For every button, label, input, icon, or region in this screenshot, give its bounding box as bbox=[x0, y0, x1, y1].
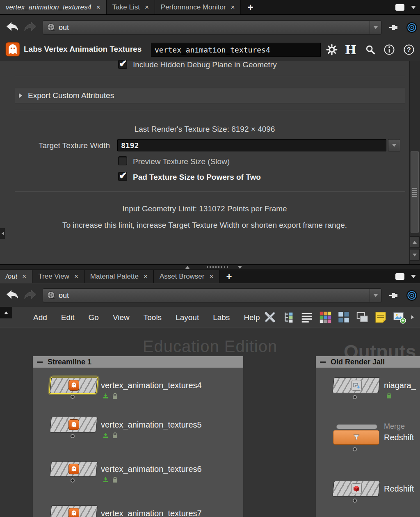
node-type-icon-button[interactable] bbox=[5, 41, 21, 57]
houdini-help-button[interactable]: H bbox=[343, 42, 358, 57]
forward-button[interactable] bbox=[23, 288, 38, 301]
back-button[interactable] bbox=[5, 288, 20, 301]
tab-tree-view[interactable]: Tree View × bbox=[32, 270, 84, 283]
node-output-connector[interactable] bbox=[353, 395, 357, 399]
close-icon[interactable]: × bbox=[209, 272, 213, 281]
scroll-down-button[interactable] bbox=[410, 249, 420, 261]
tab-out[interactable]: /out × bbox=[0, 270, 32, 283]
close-icon[interactable]: × bbox=[231, 3, 235, 11]
node-niagara[interactable] bbox=[332, 377, 380, 393]
lock-icon[interactable] bbox=[112, 393, 118, 401]
green-lock-icon[interactable] bbox=[386, 392, 392, 400]
lock-icon[interactable] bbox=[112, 476, 118, 485]
node-output-connector[interactable] bbox=[71, 395, 75, 399]
pin-button[interactable] bbox=[386, 288, 401, 302]
node-merge-collapsed[interactable] bbox=[336, 424, 377, 429]
menu-layout[interactable]: Layout bbox=[169, 313, 206, 322]
forward-button[interactable] bbox=[23, 21, 38, 33]
node-name-field[interactable]: vertex_animation_textures4 bbox=[151, 43, 321, 57]
node-output-connector[interactable] bbox=[71, 478, 75, 483]
node-output-connector[interactable] bbox=[353, 499, 357, 503]
sticky-note-button[interactable] bbox=[372, 309, 389, 325]
follow-selection-button[interactable] bbox=[404, 21, 419, 34]
node-vertex-animation-textures6[interactable] bbox=[50, 461, 98, 477]
left-pane-expand-handle[interactable] bbox=[0, 228, 5, 239]
tree-panel-button[interactable] bbox=[280, 309, 297, 325]
lock-icon[interactable] bbox=[112, 432, 118, 440]
new-tab-button[interactable]: + bbox=[219, 270, 238, 283]
export-flag-icon[interactable] bbox=[103, 477, 109, 485]
close-icon[interactable]: × bbox=[74, 272, 78, 281]
pad-texture-checkbox[interactable] bbox=[118, 172, 127, 181]
add-image-button[interactable] bbox=[391, 309, 407, 325]
menu-labs[interactable]: Labs bbox=[206, 313, 237, 322]
splitter-up-icon[interactable] bbox=[185, 266, 189, 269]
target-texture-width-field[interactable]: 8192 bbox=[117, 139, 386, 151]
node-vertex-animation-textures5[interactable] bbox=[50, 417, 98, 432]
splitter-down-icon[interactable] bbox=[238, 266, 242, 269]
windows-layout-button[interactable] bbox=[354, 309, 370, 325]
info-button[interactable] bbox=[381, 42, 397, 57]
tab-vertex-animation-textures4[interactable]: vertex_animation_textures4 × bbox=[0, 0, 107, 14]
node-redshift-rop[interactable] bbox=[333, 430, 379, 445]
path-selector[interactable]: out bbox=[43, 288, 381, 302]
export-custom-attributes-section[interactable]: Export Custom Attributes bbox=[15, 88, 405, 103]
netbox-header[interactable]: Old Render Jail bbox=[316, 356, 420, 368]
node-label[interactable]: vertex_animation_textures4 bbox=[101, 377, 202, 393]
node-output-connector[interactable] bbox=[71, 434, 75, 438]
help-button[interactable]: ? bbox=[401, 42, 417, 57]
pane-menu-chevron-down-icon[interactable] bbox=[411, 275, 416, 278]
menu-view[interactable]: View bbox=[106, 313, 137, 322]
new-tab-button[interactable]: + bbox=[241, 0, 260, 14]
pin-button[interactable] bbox=[386, 21, 401, 34]
path-dropdown-button[interactable] bbox=[370, 21, 381, 34]
include-hidden-debug-checkbox[interactable] bbox=[118, 60, 127, 69]
close-icon[interactable]: × bbox=[145, 3, 149, 11]
node-label[interactable]: Redshift bbox=[384, 430, 414, 445]
path-selector[interactable]: out bbox=[43, 21, 381, 34]
export-flag-icon[interactable] bbox=[103, 432, 109, 440]
back-button[interactable] bbox=[5, 21, 20, 33]
close-icon[interactable]: × bbox=[22, 272, 26, 281]
scroll-up-button[interactable] bbox=[410, 236, 420, 248]
menu-tools[interactable]: Tools bbox=[137, 313, 169, 322]
tab-performance-monitor[interactable]: Performance Monitor × bbox=[155, 0, 241, 14]
network-editor[interactable]: Education Edition Outputs Streamline 1 v… bbox=[0, 328, 420, 517]
close-icon[interactable]: × bbox=[144, 272, 148, 281]
search-button[interactable] bbox=[363, 42, 378, 57]
tab-take-list[interactable]: Take List × bbox=[107, 0, 155, 14]
parameters-panel-button[interactable] bbox=[299, 309, 315, 325]
menu-edit[interactable]: Edit bbox=[54, 313, 82, 322]
pane-expand-up-button[interactable] bbox=[0, 307, 12, 318]
node-label[interactable]: niagara_ bbox=[384, 377, 416, 393]
pane-menu-chevron-down-icon[interactable] bbox=[411, 6, 416, 9]
node-label[interactable]: vertex_animation_textures5 bbox=[101, 417, 202, 432]
node-redshift-rop-2[interactable] bbox=[332, 481, 380, 496]
pane-maximize-icon[interactable] bbox=[395, 273, 404, 280]
tab-material-palette[interactable]: Material Palette × bbox=[84, 270, 154, 283]
netbox-header[interactable]: Streamline 1 bbox=[33, 356, 243, 368]
close-icon[interactable]: × bbox=[96, 3, 100, 11]
gear-menu-button[interactable] bbox=[324, 42, 340, 57]
node-label[interactable]: vertex_animation_textures7 bbox=[101, 506, 202, 517]
export-flag-icon[interactable] bbox=[103, 393, 109, 401]
target-texture-width-dropdown[interactable] bbox=[388, 139, 400, 151]
tab-asset-browser[interactable]: Asset Browser × bbox=[154, 270, 220, 283]
tools-button[interactable] bbox=[262, 309, 278, 325]
toolbar-overflow-arrow-icon[interactable] bbox=[411, 315, 414, 319]
node-label[interactable]: vertex_animation_textures6 bbox=[101, 461, 202, 477]
collapse-minus-icon[interactable] bbox=[320, 361, 326, 363]
splitter-grip-icon[interactable] bbox=[207, 266, 228, 268]
path-dropdown-button[interactable] bbox=[370, 289, 381, 302]
node-label[interactable]: Redshift bbox=[384, 481, 414, 496]
menu-add[interactable]: Add bbox=[26, 313, 54, 322]
grid-layout-button[interactable] bbox=[336, 309, 352, 325]
color-palette-button[interactable] bbox=[317, 309, 333, 325]
pane-maximize-icon[interactable] bbox=[395, 4, 404, 11]
follow-selection-button[interactable] bbox=[404, 288, 419, 302]
pane-splitter[interactable] bbox=[0, 264, 420, 270]
node-vertex-animation-textures7[interactable] bbox=[50, 506, 98, 517]
node-output-connector[interactable] bbox=[353, 447, 357, 451]
node-vertex-animation-textures4[interactable] bbox=[50, 377, 98, 393]
menu-go[interactable]: Go bbox=[82, 313, 106, 322]
